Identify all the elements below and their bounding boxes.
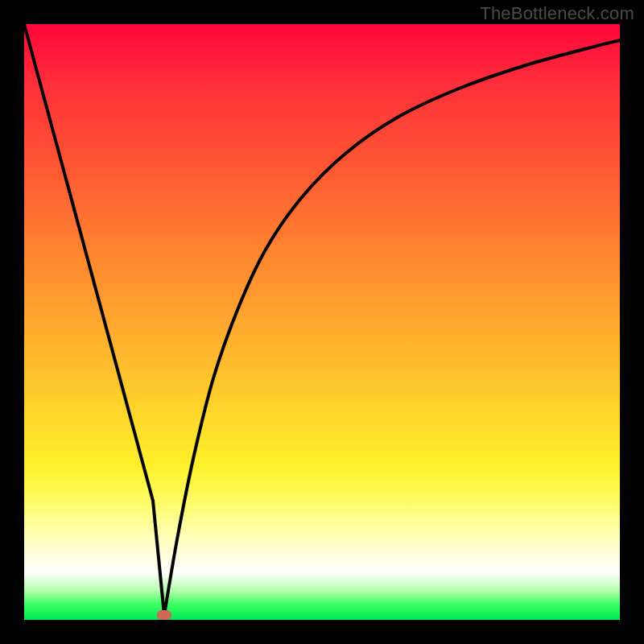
chart-frame (24, 24, 620, 620)
watermark-text: TheBottleneck.com (480, 3, 634, 24)
bottleneck-curve (24, 24, 620, 620)
curve-path (24, 24, 620, 615)
minimum-marker (157, 610, 171, 620)
